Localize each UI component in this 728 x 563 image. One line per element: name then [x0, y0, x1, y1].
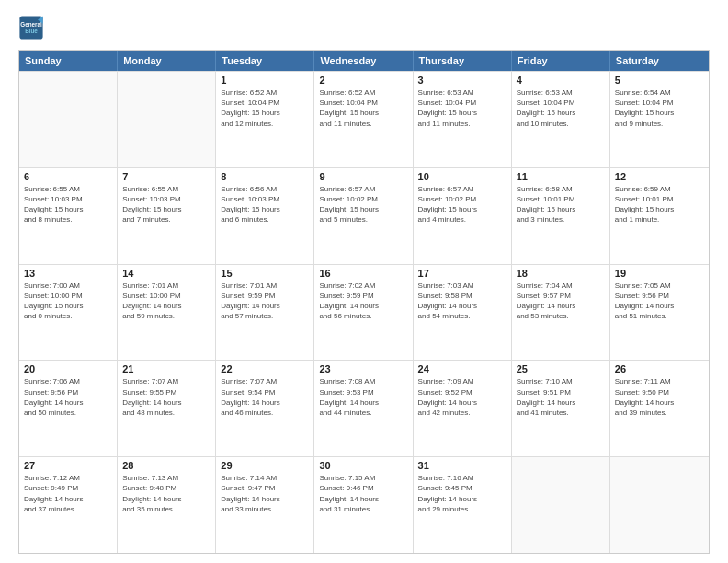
day-number: 15 [221, 268, 309, 279]
day-info: Sunrise: 7:11 AM Sunset: 9:50 PM Dayligh… [615, 376, 704, 418]
day-info: Sunrise: 6:55 AM Sunset: 10:03 PM Daylig… [122, 184, 210, 225]
day-info: Sunrise: 7:01 AM Sunset: 10:00 PM Daylig… [122, 281, 210, 322]
day-header-wednesday: Wednesday [314, 51, 413, 71]
day-info: Sunrise: 6:59 AM Sunset: 10:01 PM Daylig… [615, 184, 704, 225]
empty-cell [512, 457, 610, 553]
day-cell-14: 14Sunrise: 7:01 AM Sunset: 10:00 PM Dayl… [118, 265, 216, 361]
day-number: 29 [221, 460, 309, 471]
header: General Blue [18, 15, 710, 40]
day-info: Sunrise: 6:58 AM Sunset: 10:01 PM Daylig… [517, 184, 605, 225]
day-cell-5: 5Sunrise: 6:54 AM Sunset: 10:04 PM Dayli… [610, 72, 709, 167]
day-number: 2 [319, 75, 407, 86]
day-cell-8: 8Sunrise: 6:56 AM Sunset: 10:03 PM Dayli… [216, 168, 314, 264]
day-cell-24: 24Sunrise: 7:09 AM Sunset: 9:52 PM Dayli… [414, 361, 512, 456]
day-number: 18 [517, 268, 605, 279]
day-info: Sunrise: 7:07 AM Sunset: 9:54 PM Dayligh… [221, 376, 309, 418]
day-cell-25: 25Sunrise: 7:10 AM Sunset: 9:51 PM Dayli… [512, 361, 610, 456]
day-cell-7: 7Sunrise: 6:55 AM Sunset: 10:03 PM Dayli… [118, 168, 216, 264]
logo-icon: General Blue [18, 15, 44, 40]
day-number: 14 [122, 268, 210, 279]
day-cell-11: 11Sunrise: 6:58 AM Sunset: 10:01 PM Dayl… [512, 168, 610, 264]
day-info: Sunrise: 7:15 AM Sunset: 9:46 PM Dayligh… [319, 473, 407, 514]
day-cell-30: 30Sunrise: 7:15 AM Sunset: 9:46 PM Dayli… [314, 457, 413, 553]
calendar-header: SundayMondayTuesdayWednesdayThursdayFrid… [19, 51, 709, 71]
day-cell-27: 27Sunrise: 7:12 AM Sunset: 9:49 PM Dayli… [19, 457, 118, 553]
empty-cell [118, 72, 216, 167]
day-cell-1: 1Sunrise: 6:52 AM Sunset: 10:04 PM Dayli… [216, 72, 314, 167]
week-row-5: 27Sunrise: 7:12 AM Sunset: 9:49 PM Dayli… [19, 456, 709, 553]
day-info: Sunrise: 6:57 AM Sunset: 10:02 PM Daylig… [319, 184, 407, 225]
day-header-friday: Friday [512, 51, 610, 71]
day-number: 9 [319, 171, 407, 182]
week-row-3: 13Sunrise: 7:00 AM Sunset: 10:00 PM Dayl… [19, 264, 709, 361]
day-number: 17 [418, 268, 506, 279]
week-row-1: 1Sunrise: 6:52 AM Sunset: 10:04 PM Dayli… [19, 71, 709, 167]
empty-cell [610, 457, 709, 553]
day-number: 26 [615, 363, 704, 374]
day-cell-26: 26Sunrise: 7:11 AM Sunset: 9:50 PM Dayli… [610, 361, 709, 456]
day-number: 8 [221, 171, 309, 182]
day-number: 1 [221, 75, 309, 86]
day-header-saturday: Saturday [610, 51, 709, 71]
day-info: Sunrise: 7:14 AM Sunset: 9:47 PM Dayligh… [221, 473, 309, 514]
day-info: Sunrise: 7:07 AM Sunset: 9:55 PM Dayligh… [122, 376, 210, 418]
logo: General Blue [18, 15, 48, 40]
day-number: 23 [319, 363, 407, 374]
day-info: Sunrise: 7:05 AM Sunset: 9:56 PM Dayligh… [615, 281, 704, 322]
day-cell-3: 3Sunrise: 6:53 AM Sunset: 10:04 PM Dayli… [414, 72, 512, 167]
day-header-sunday: Sunday [19, 51, 118, 71]
day-info: Sunrise: 7:03 AM Sunset: 9:58 PM Dayligh… [418, 281, 506, 322]
day-number: 24 [418, 363, 506, 374]
week-row-4: 20Sunrise: 7:06 AM Sunset: 9:56 PM Dayli… [19, 360, 709, 456]
day-number: 30 [319, 460, 407, 471]
day-cell-20: 20Sunrise: 7:06 AM Sunset: 9:56 PM Dayli… [19, 361, 118, 456]
day-info: Sunrise: 6:53 AM Sunset: 10:04 PM Daylig… [418, 87, 506, 129]
svg-text:Blue: Blue [25, 28, 38, 34]
day-info: Sunrise: 6:52 AM Sunset: 10:04 PM Daylig… [319, 87, 407, 129]
day-header-monday: Monday [118, 51, 216, 71]
day-cell-18: 18Sunrise: 7:04 AM Sunset: 9:57 PM Dayli… [512, 265, 610, 361]
day-cell-22: 22Sunrise: 7:07 AM Sunset: 9:54 PM Dayli… [216, 361, 314, 456]
day-cell-17: 17Sunrise: 7:03 AM Sunset: 9:58 PM Dayli… [414, 265, 512, 361]
day-number: 5 [615, 75, 704, 86]
day-cell-6: 6Sunrise: 6:55 AM Sunset: 10:03 PM Dayli… [19, 168, 118, 264]
day-info: Sunrise: 7:01 AM Sunset: 9:59 PM Dayligh… [221, 281, 309, 322]
day-number: 6 [24, 171, 112, 182]
day-cell-28: 28Sunrise: 7:13 AM Sunset: 9:48 PM Dayli… [118, 457, 216, 553]
day-info: Sunrise: 7:04 AM Sunset: 9:57 PM Dayligh… [517, 281, 605, 322]
day-number: 7 [122, 171, 210, 182]
day-info: Sunrise: 7:10 AM Sunset: 9:51 PM Dayligh… [517, 376, 605, 418]
day-cell-29: 29Sunrise: 7:14 AM Sunset: 9:47 PM Dayli… [216, 457, 314, 553]
week-row-2: 6Sunrise: 6:55 AM Sunset: 10:03 PM Dayli… [19, 167, 709, 264]
day-header-tuesday: Tuesday [216, 51, 314, 71]
day-number: 21 [122, 363, 210, 374]
day-cell-13: 13Sunrise: 7:00 AM Sunset: 10:00 PM Dayl… [19, 265, 118, 361]
day-info: Sunrise: 7:12 AM Sunset: 9:49 PM Dayligh… [24, 473, 112, 514]
day-info: Sunrise: 7:00 AM Sunset: 10:00 PM Daylig… [24, 281, 112, 322]
day-cell-12: 12Sunrise: 6:59 AM Sunset: 10:01 PM Dayl… [610, 168, 709, 264]
day-number: 4 [517, 75, 605, 86]
day-info: Sunrise: 6:55 AM Sunset: 10:03 PM Daylig… [24, 184, 112, 225]
day-cell-21: 21Sunrise: 7:07 AM Sunset: 9:55 PM Dayli… [118, 361, 216, 456]
day-info: Sunrise: 6:56 AM Sunset: 10:03 PM Daylig… [221, 184, 309, 225]
day-cell-16: 16Sunrise: 7:02 AM Sunset: 9:59 PM Dayli… [314, 265, 413, 361]
day-number: 25 [517, 363, 605, 374]
day-number: 22 [221, 363, 309, 374]
day-info: Sunrise: 7:09 AM Sunset: 9:52 PM Dayligh… [418, 376, 506, 418]
day-info: Sunrise: 7:13 AM Sunset: 9:48 PM Dayligh… [122, 473, 210, 514]
day-info: Sunrise: 7:02 AM Sunset: 9:59 PM Dayligh… [319, 281, 407, 322]
day-number: 11 [517, 171, 605, 182]
day-number: 10 [418, 171, 506, 182]
day-number: 27 [24, 460, 112, 471]
day-info: Sunrise: 6:54 AM Sunset: 10:04 PM Daylig… [615, 87, 704, 129]
day-cell-31: 31Sunrise: 7:16 AM Sunset: 9:45 PM Dayli… [414, 457, 512, 553]
calendar-body: 1Sunrise: 6:52 AM Sunset: 10:04 PM Dayli… [19, 71, 709, 553]
day-number: 20 [24, 363, 112, 374]
day-number: 16 [319, 268, 407, 279]
day-cell-9: 9Sunrise: 6:57 AM Sunset: 10:02 PM Dayli… [314, 168, 413, 264]
page: General Blue SundayMondayTuesdayWednesda… [0, 0, 728, 563]
svg-text:General: General [20, 21, 42, 28]
day-cell-19: 19Sunrise: 7:05 AM Sunset: 9:56 PM Dayli… [610, 265, 709, 361]
day-info: Sunrise: 7:06 AM Sunset: 9:56 PM Dayligh… [24, 376, 112, 418]
day-number: 19 [615, 268, 704, 279]
